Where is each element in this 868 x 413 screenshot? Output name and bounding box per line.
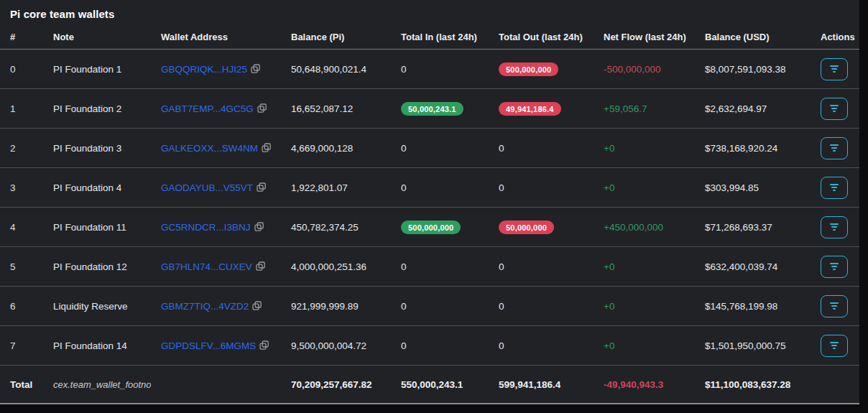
wallet-address-link[interactable]: GBQQRIQK...HJI25 [161,64,247,75]
total-label: Total [0,366,43,404]
total-out-badge: 500,000,000 [499,62,558,76]
cell-balance-usd: $632,400,039.74 [695,247,811,287]
col-header-net-flow: Net Flow (last 24h) [594,24,695,50]
filter-lines-icon [830,105,839,106]
cell-wallet-address: GALKEOXX...SW4NM [151,129,281,168]
copy-icon[interactable] [257,103,267,113]
copy-icon[interactable] [252,301,262,311]
cell-total-in: 0 [391,247,489,287]
cell-total-out: 50,000,000 [489,208,594,247]
cell-balance-pi: 4,000,000,251.36 [281,247,391,287]
col-header-balance-pi: Balance (Pi) [281,24,391,50]
filter-action-button[interactable] [821,177,848,199]
wallet-address-link[interactable]: GC5RNDCR...I3BNJ [161,222,251,233]
cell-index: 7 [0,326,43,366]
filter-action-button[interactable] [821,58,848,80]
col-header-wallet-address: Wallet Address [151,24,281,50]
cell-balance-pi: 1,922,801.07 [281,168,391,208]
table-row: 7 PI Foundation 14 GDPDSLFV...6MGMS 9,50… [0,326,859,366]
cell-actions [811,287,859,326]
net-flow-value: +59,056.7 [604,103,647,114]
total-wallet-address-spacer [151,366,281,404]
total-in-value: 0 [401,340,407,351]
wallet-address-link[interactable]: GBMZ7TIQ...4VZD2 [161,301,249,312]
cell-total-in: 0 [391,50,489,89]
cell-total-in: 0 [391,168,489,208]
cell-total-out: 49,941,186.4 [489,89,594,129]
total-out-value: 0 [499,261,504,272]
cell-note: PI Foundation 1 [43,50,151,89]
total-in-value: 0 [401,301,407,312]
filter-action-button[interactable] [821,335,848,357]
cell-actions [811,208,859,247]
cell-total-out: 500,000,000 [489,50,594,89]
cell-wallet-address: GC5RNDCR...I3BNJ [151,208,281,247]
cell-balance-usd: $1,501,950,000.75 [695,326,811,366]
filter-lines-icon [830,263,839,264]
cell-total-in: 0 [391,326,489,366]
wallet-address-link[interactable]: GDPDSLFV...6MGMS [161,340,256,351]
total-balance-pi: 70,209,257,667.82 [281,366,391,404]
cell-net-flow: +0 [594,129,695,168]
total-net-flow: -49,940,943.3 [594,366,695,404]
cell-index: 5 [0,247,43,287]
cell-net-flow: +0 [594,247,695,287]
copy-icon[interactable] [251,64,261,74]
cell-balance-usd: $303,994.85 [695,168,811,208]
cell-index: 1 [0,89,43,129]
wallet-address-link[interactable]: GB7HLN74...CUXEV [161,261,252,272]
cell-wallet-address: GB7HLN74...CUXEV [151,247,281,287]
wallet-address-link[interactable]: GAODAYUB...V55VT [161,182,253,193]
cell-balance-pi: 16,652,087.12 [281,89,391,129]
net-flow-value: +0 [604,340,614,351]
total-in-value: 0 [401,143,407,154]
col-header-total-in: Total In (last 24h) [391,24,489,50]
cell-note: Liquidity Reserve [43,287,151,326]
filter-action-button[interactable] [821,216,848,238]
table-row: 2 PI Foundation 3 GALKEOXX...SW4NM 4,669… [0,129,859,168]
cell-index: 2 [0,129,43,168]
cell-net-flow: +59,056.7 [594,89,695,129]
cell-total-out: 0 [489,129,594,168]
wallet-address-link[interactable]: GABT7EMP...4GC5G [161,103,254,114]
copy-icon[interactable] [257,182,267,192]
cell-net-flow: +0 [594,168,695,208]
cell-actions [811,326,859,366]
cell-wallet-address: GAODAYUB...V55VT [151,168,281,208]
copy-icon[interactable] [259,340,269,351]
filter-action-button[interactable] [821,295,848,317]
team-wallets-panel: Pi core team wallets # Note Wallet Addre… [0,0,859,404]
cell-index: 0 [0,50,43,89]
total-in-value: 0 [401,182,407,193]
filter-lines-icon [830,184,839,185]
table-row: 0 PI Foundation 1 GBQQRIQK...HJI25 50,64… [0,50,859,89]
total-out-value: 0 [499,301,504,312]
filter-lines-icon [830,65,839,67]
table-row: 1 PI Foundation 2 GABT7EMP...4GC5G 16,65… [0,89,859,129]
copy-icon[interactable] [254,222,264,232]
net-flow-value: +0 [604,182,614,193]
total-in-badge: 50,000,243.1 [401,102,463,116]
cell-net-flow: +450,000,000 [594,208,695,247]
filter-action-button[interactable] [821,98,848,120]
cell-balance-pi: 50,648,900,021.4 [281,50,391,89]
table-row: 6 Liquidity Reserve GBMZ7TIQ...4VZD2 921… [0,287,859,326]
wallet-address-link[interactable]: GALKEOXX...SW4NM [161,143,258,154]
page-title: Pi core team wallets [0,0,859,24]
copy-icon[interactable] [262,143,272,153]
total-out-badge: 50,000,000 [499,221,554,234]
header-row: # Note Wallet Address Balance (Pi) Total… [0,24,859,50]
cell-note: PI Foundation 11 [43,208,151,247]
filter-action-button[interactable] [821,137,848,159]
col-header-note: Note [43,24,151,50]
copy-icon[interactable] [256,261,266,272]
filter-action-button[interactable] [821,256,848,278]
total-out-value: 0 [499,340,504,351]
filter-lines-icon [830,144,839,146]
total-out-value: 0 [499,182,504,193]
cell-actions [811,129,859,168]
cell-index: 3 [0,168,43,208]
table-row: 3 PI Foundation 4 GAODAYUB...V55VT 1,922… [0,168,859,208]
net-flow-value: +0 [604,301,614,312]
cell-balance-usd: $738,168,920.24 [695,129,811,168]
